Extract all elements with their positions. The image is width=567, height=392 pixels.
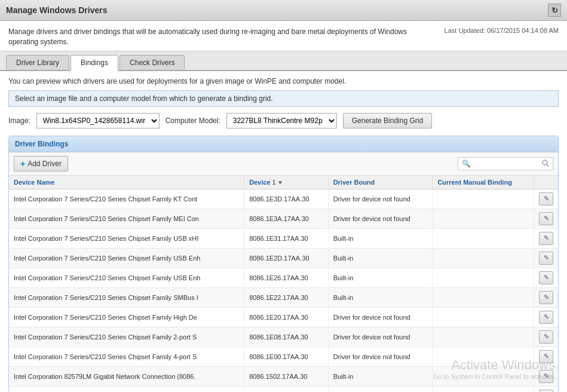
select-text-box: Select an image file and a computer mode… <box>8 90 559 107</box>
cell-manual-binding <box>433 327 534 347</box>
cell-device-name: Intel Corporation Xeon E3-1200 v2/3rd Ge… <box>9 386 244 392</box>
cell-device: 8086.1E00.17AA.30 <box>244 347 328 366</box>
description-text: Manage drivers and driver bindings that … <box>8 27 439 47</box>
table-row: Intel Corporation 7 Series/C210 Series C… <box>9 268 558 287</box>
col-device-name: Device Name <box>9 176 244 189</box>
cell-driver-bound: Built-in <box>328 228 433 248</box>
cell-action: ✎ <box>534 386 559 392</box>
edit-button[interactable]: ✎ <box>539 350 553 363</box>
cell-manual-binding <box>433 347 534 366</box>
table-row: Intel Corporation Xeon E3-1200 v2/3rd Ge… <box>9 386 558 392</box>
tab-driver-library[interactable]: Driver Library <box>6 55 69 70</box>
cell-driver-bound: Driver for device not found <box>328 386 433 392</box>
computer-model-label: Computer Model: <box>165 117 220 125</box>
table-row: Intel Corporation 7 Series/C210 Series C… <box>9 327 558 347</box>
bindings-section: Driver Bindings + Add Driver Device Name… <box>8 136 559 392</box>
cell-manual-binding <box>433 268 534 287</box>
refresh-icon[interactable]: ↻ <box>548 4 561 17</box>
edit-button[interactable]: ✎ <box>539 252 553 265</box>
cell-device: 8086.1E3A.17AA.30 <box>244 209 328 228</box>
edit-button[interactable]: ✎ <box>539 330 553 344</box>
cell-manual-binding <box>433 386 534 392</box>
tabs-bar: Driver Library Bindings Check Drivers <box>0 51 567 71</box>
table-row: Intel Corporation 7 Series/C210 Series C… <box>9 347 558 366</box>
cell-manual-binding <box>433 189 534 209</box>
info-text: You can preview which drivers are used f… <box>8 77 559 85</box>
computer-model-dropdown[interactable]: 3227BL8 ThinkCentre M92p <box>226 113 337 128</box>
table-row: Intel Corporation 7 Series/C210 Series C… <box>9 209 558 228</box>
cell-action: ✎ <box>534 327 559 347</box>
cell-action: ✎ <box>534 287 559 307</box>
image-label: Image: <box>8 117 30 125</box>
cell-action: ✎ <box>534 209 559 228</box>
cell-driver-bound: Built-in <box>328 268 433 287</box>
cell-manual-binding <box>433 307 534 327</box>
filter-row: Image: Win8.1x64SP0_1428658114.wir Compu… <box>8 113 559 128</box>
edit-button[interactable]: ✎ <box>539 370 553 383</box>
cell-device-name: Intel Corporation 82579LM Gigabit Networ… <box>9 366 244 386</box>
cell-device: 8086.1E26.17AA.30 <box>244 268 328 287</box>
table-row: Intel Corporation 82579LM Gigabit Networ… <box>9 366 558 386</box>
cell-device-name: Intel Corporation 7 Series/C210 Series C… <box>9 327 244 347</box>
search-input[interactable] <box>458 157 553 170</box>
cell-device-name: Intel Corporation 7 Series/C210 Series C… <box>9 209 244 228</box>
table-row: Intel Corporation 7 Series/C210 Series C… <box>9 307 558 327</box>
edit-button[interactable]: ✎ <box>539 271 553 284</box>
image-dropdown-container: Win8.1x64SP0_1428658114.wir <box>36 113 160 128</box>
generate-binding-grid-button[interactable]: Generate Binding Grid <box>343 113 432 128</box>
edit-button[interactable]: ✎ <box>539 291 553 304</box>
cell-device-name: Intel Corporation 7 Series/C210 Series C… <box>9 347 244 366</box>
col-actions <box>534 176 559 189</box>
cell-action: ✎ <box>534 347 559 366</box>
cell-driver-bound: Driver for device not found <box>328 209 433 228</box>
image-dropdown[interactable]: Win8.1x64SP0_1428658114.wir <box>36 113 160 128</box>
description-area: Manage drivers and driver bindings that … <box>0 21 567 51</box>
table-row: Intel Corporation 7 Series/C210 Series C… <box>9 248 558 268</box>
bindings-header: Driver Bindings <box>9 136 558 152</box>
edit-button[interactable]: ✎ <box>539 232 553 245</box>
table-row: Intel Corporation 7 Series/C210 Series C… <box>9 287 558 307</box>
cell-device: 8086.1E22.17AA.30 <box>244 287 328 307</box>
edit-button[interactable]: ✎ <box>539 192 553 206</box>
cell-driver-bound: Built-in <box>328 248 433 268</box>
bindings-toolbar: + Add Driver <box>9 152 558 176</box>
cell-driver-bound: Driver for device not found <box>328 307 433 327</box>
cell-device-name: Intel Corporation 7 Series/C210 Series C… <box>9 228 244 248</box>
add-driver-button[interactable]: + Add Driver <box>14 156 68 172</box>
content-area: You can preview which drivers are used f… <box>0 71 567 392</box>
col-device[interactable]: Device 1 ▼ <box>244 176 328 189</box>
computer-model-dropdown-container: 3227BL8 ThinkCentre M92p <box>226 113 337 128</box>
cell-device: 8086.1E31.17AA.30 <box>244 228 328 248</box>
last-updated-text: Last Updated: 06/17/2015 04:14:08 AM <box>445 27 559 34</box>
cell-driver-bound: Built-in <box>328 287 433 307</box>
cell-device: 8086.0152.17AA.30 <box>244 386 328 392</box>
cell-driver-bound: Driver for device not found <box>328 327 433 347</box>
cell-device: 8086.1E08.17AA.30 <box>244 327 328 347</box>
cell-driver-bound: Driver for device not found <box>328 347 433 366</box>
cell-device-name: Intel Corporation 7 Series/C210 Series C… <box>9 287 244 307</box>
cell-device-name: Intel Corporation 7 Series/C210 Series C… <box>9 268 244 287</box>
cell-manual-binding <box>433 209 534 228</box>
edit-button[interactable]: ✎ <box>539 212 553 225</box>
tab-bindings[interactable]: Bindings <box>71 55 118 71</box>
driver-bindings-table: Device Name Device 1 ▼ Driver Bound Curr… <box>9 176 558 392</box>
cell-device-name: Intel Corporation 7 Series/C210 Series C… <box>9 248 244 268</box>
cell-manual-binding <box>433 287 534 307</box>
cell-action: ✎ <box>534 307 559 327</box>
col-current-manual-binding: Current Manual Binding <box>433 176 534 189</box>
tab-check-drivers[interactable]: Check Drivers <box>119 55 185 70</box>
plus-icon: + <box>20 159 25 169</box>
cell-device-name: Intel Corporation 7 Series/C210 Series C… <box>9 307 244 327</box>
cell-action: ✎ <box>534 248 559 268</box>
cell-action: ✎ <box>534 189 559 209</box>
edit-button[interactable]: ✎ <box>539 390 553 392</box>
cell-manual-binding <box>433 366 534 386</box>
table-container: Device Name Device 1 ▼ Driver Bound Curr… <box>9 176 558 392</box>
edit-button[interactable]: ✎ <box>539 311 553 324</box>
col-driver-bound: Driver Bound <box>328 176 433 189</box>
cell-device: 8086.1E20.17AA.30 <box>244 307 328 327</box>
cell-driver-bound: Driver for device not found <box>328 189 433 209</box>
title-bar: Manage Windows Drivers ↻ <box>0 0 567 21</box>
cell-action: ✎ <box>534 268 559 287</box>
cell-manual-binding <box>433 248 534 268</box>
